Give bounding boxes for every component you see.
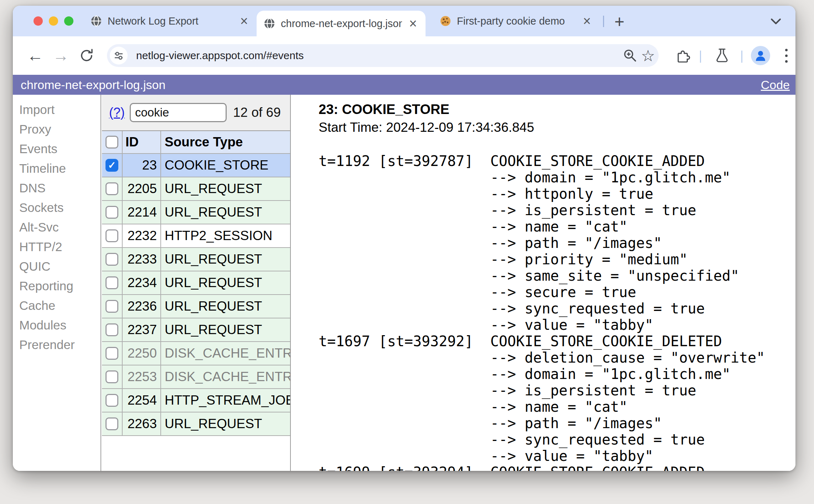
sidebar-item-events[interactable]: Events — [13, 139, 101, 159]
sidebar-item-prerender[interactable]: Prerender — [13, 335, 101, 354]
table-row[interactable]: 23 COOKIE_STORE — [102, 154, 290, 177]
tab-close-icon[interactable]: × — [408, 17, 418, 30]
row-id: 2253 — [123, 365, 161, 388]
address-bar[interactable]: netlog-viewer.appspot.com/#events ☆ — [107, 44, 659, 67]
row-checkbox[interactable] — [105, 347, 118, 360]
profile-avatar[interactable] — [749, 36, 772, 75]
sidebar-item-reporting[interactable]: Reporting — [13, 276, 101, 296]
sidebar-item-cache[interactable]: Cache — [13, 296, 101, 315]
site-settings-icon[interactable] — [110, 47, 128, 64]
events-list-panel: (?) 12 of 69 ID Source Type 23 COOKIE_ST… — [102, 95, 291, 471]
sidebar-item-http2[interactable]: HTTP/2 — [13, 237, 101, 256]
extensions-icon[interactable] — [671, 36, 694, 75]
sidebar-item-timeline[interactable]: Timeline — [13, 159, 101, 178]
table-row[interactable]: 2236 URL_REQUEST — [102, 295, 290, 318]
loaded-file-name: chrome-net-export-log.json — [21, 78, 165, 92]
row-source-type: DISK_CACHE_ENTRY — [161, 342, 290, 365]
tab-strip: Network Log Export × chrome-net-export-l… — [13, 6, 795, 36]
row-checkbox[interactable] — [105, 394, 118, 407]
tab-close-icon[interactable]: × — [582, 14, 592, 28]
table-row[interactable]: 2232 HTTP2_SESSION — [102, 224, 290, 248]
row-source-type: COOKIE_STORE — [161, 154, 290, 177]
globe-favicon-icon — [91, 15, 102, 27]
event-log-text: t=1192 [st=392787] COOKIE_STORE_COOKIE_A… — [319, 153, 795, 471]
tab-label: First-party cookie demo — [457, 15, 576, 27]
experiments-flask-icon[interactable] — [711, 36, 733, 75]
row-checkbox[interactable] — [105, 206, 118, 219]
id-column-header[interactable]: ID — [123, 131, 161, 153]
browser-toolbar: ← → netlog-viewer.appspot.com/#events ☆ — [13, 36, 795, 75]
tab-separator — [603, 16, 604, 27]
sidebar-item-dns[interactable]: DNS — [13, 178, 101, 198]
table-row[interactable]: 2250 DISK_CACHE_ENTRY — [102, 342, 290, 365]
tab-network-log-export[interactable]: Network Log Export × — [83, 6, 257, 36]
row-checkbox[interactable] — [105, 159, 118, 172]
back-button[interactable]: ← — [23, 36, 48, 75]
row-checkbox[interactable] — [105, 370, 118, 383]
reload-button[interactable] — [74, 36, 99, 75]
row-checkbox[interactable] — [105, 253, 118, 266]
sidebar-item-altsvc[interactable]: Alt-Svc — [13, 217, 101, 237]
new-tab-button[interactable]: + — [609, 11, 630, 32]
row-checkbox[interactable] — [105, 182, 118, 195]
row-checkbox[interactable] — [105, 417, 118, 430]
events-table: ID Source Type 23 COOKIE_STORE 2205 URL_… — [102, 131, 290, 436]
table-row[interactable]: 2205 URL_REQUEST — [102, 177, 290, 201]
row-checkbox[interactable] — [105, 323, 118, 336]
row-checkbox[interactable] — [105, 276, 118, 289]
row-source-type: URL_REQUEST — [161, 201, 290, 224]
row-id: 2232 — [123, 224, 161, 247]
traffic-lights — [34, 16, 73, 26]
cookie-favicon-icon — [440, 15, 451, 27]
toolbar-separator — [700, 51, 701, 63]
row-id: 2237 — [123, 318, 161, 341]
tab-label: Network Log Export — [108, 15, 233, 27]
event-detail-panel: 23: COOKIE_STORE Start Time: 2024-12-09 … — [292, 95, 795, 471]
page-content: Import Proxy Events Timeline DNS Sockets… — [13, 95, 795, 471]
table-row[interactable]: 2214 URL_REQUEST — [102, 201, 290, 224]
code-link[interactable]: Code — [761, 78, 790, 92]
sidebar-item-modules[interactable]: Modules — [13, 315, 101, 335]
minimize-window-button[interactable] — [49, 16, 58, 26]
bookmark-star-icon[interactable]: ☆ — [641, 47, 655, 65]
zoom-icon[interactable] — [619, 44, 641, 67]
sidebar-item-proxy[interactable]: Proxy — [13, 119, 101, 139]
row-id: 2234 — [123, 271, 161, 294]
row-id: 2254 — [123, 389, 161, 412]
close-window-button[interactable] — [34, 16, 43, 26]
url-text[interactable]: netlog-viewer.appspot.com/#events — [136, 50, 619, 62]
sidebar-item-import[interactable]: Import — [13, 100, 101, 119]
table-row[interactable]: 2253 DISK_CACHE_ENTRY — [102, 365, 290, 389]
tab-first-party-cookie-demo[interactable]: First-party cookie demo × — [433, 6, 599, 36]
row-id: 2205 — [123, 177, 161, 200]
tab-netlog-viewer-active[interactable]: chrome-net-export-log.json - × — [257, 11, 426, 36]
filter-result-count: 12 of 69 — [233, 105, 281, 120]
row-source-type: URL_REQUEST — [161, 412, 290, 435]
source-type-column-header[interactable]: Source Type — [161, 131, 290, 153]
filter-help-link[interactable]: (?) — [109, 105, 125, 120]
tab-search-chevron-icon[interactable] — [767, 14, 785, 29]
netlog-header-bar: chrome-net-export-log.json Code — [13, 75, 795, 95]
table-row[interactable]: 2234 URL_REQUEST — [102, 271, 290, 295]
row-checkbox[interactable] — [105, 300, 118, 313]
forward-button[interactable]: → — [48, 36, 73, 75]
sidebar-item-quic[interactable]: QUIC — [13, 256, 101, 276]
table-row[interactable]: 2237 URL_REQUEST — [102, 318, 290, 342]
row-source-type: URL_REQUEST — [161, 248, 290, 271]
select-all-checkbox[interactable] — [105, 136, 118, 149]
table-row[interactable]: 2254 HTTP_STREAM_JOB — [102, 389, 290, 412]
row-source-type: DISK_CACHE_ENTRY — [161, 365, 290, 388]
sidebar-nav: Import Proxy Events Timeline DNS Sockets… — [13, 95, 101, 471]
browser-menu-icon[interactable] — [775, 36, 795, 75]
row-source-type: URL_REQUEST — [161, 295, 290, 318]
row-checkbox[interactable] — [105, 229, 118, 242]
row-source-type: HTTP_STREAM_JOB — [161, 389, 290, 412]
filter-input[interactable] — [130, 103, 227, 122]
row-source-type: HTTP2_SESSION — [161, 224, 290, 247]
sidebar-item-sockets[interactable]: Sockets — [13, 198, 101, 217]
table-row[interactable]: 2263 URL_REQUEST — [102, 412, 290, 436]
table-row[interactable]: 2233 URL_REQUEST — [102, 248, 290, 271]
tab-close-icon[interactable]: × — [239, 14, 249, 28]
row-id: 2263 — [123, 412, 161, 435]
maximize-window-button[interactable] — [64, 16, 73, 26]
